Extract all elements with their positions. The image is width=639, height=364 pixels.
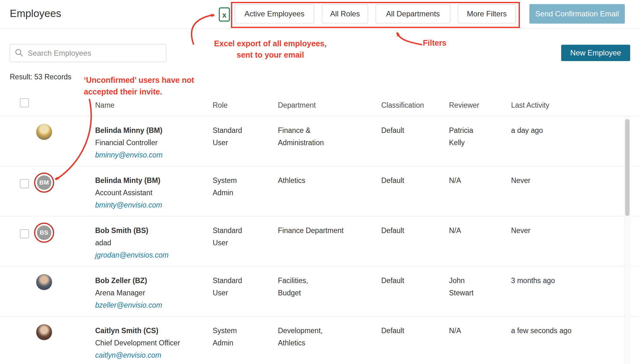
row-checkbox[interactable] [20, 229, 29, 238]
filter-all-roles[interactable]: All Roles [322, 4, 368, 23]
avatar-unconfirmed: BS [34, 223, 54, 243]
search-icon [14, 48, 23, 58]
col-header-classification: Classification [381, 101, 424, 110]
employee-role: Standard User [213, 225, 254, 249]
employee-last-activity: a few seconds ago [511, 325, 615, 337]
employee-department: Facilities, Budget [278, 275, 357, 299]
employee-reviewer: N/A [449, 325, 491, 337]
scrollbar-thumb[interactable] [625, 119, 630, 216]
avatar-unconfirmed: BM [34, 173, 54, 193]
table-row: Bob Zeller (BZ) Arena Manager bzeller@en… [0, 266, 639, 316]
top-bar: Employees x Active Employees All Roles A… [0, 0, 639, 29]
excel-export-button[interactable]: x [218, 7, 230, 22]
filter-all-departments[interactable]: All Departments [376, 4, 450, 23]
employee-name: Bob Smith (BS) [95, 225, 213, 237]
employee-department: Finance & Administration [278, 124, 357, 149]
page-title: Employees [10, 8, 61, 20]
employee-last-activity: Never [511, 174, 615, 187]
employee-name: Belinda Minty (BM) [95, 174, 213, 187]
employee-role: System Admin [213, 174, 254, 199]
employee-email-link[interactable]: bzeller@envisio.com [95, 299, 213, 311]
search-input[interactable] [27, 48, 162, 58]
employee-email-link[interactable]: bminny@enviso.com [95, 149, 213, 161]
employee-classification: Default [381, 174, 432, 187]
employee-role: System Admin [213, 325, 254, 349]
col-header-reviewer: Reviewer [449, 101, 479, 110]
search-box[interactable] [10, 44, 166, 62]
avatar-photo [36, 324, 52, 340]
employee-reviewer: Patricia Kelly [449, 124, 491, 149]
employee-last-activity: 3 months ago [511, 275, 615, 287]
employee-title: Chief Development Officer [95, 337, 213, 349]
employee-department: Finance Department [278, 225, 357, 237]
employee-name: Caitlyn Smith (CS) [95, 325, 213, 337]
excel-file-icon: x [218, 18, 230, 23]
filter-more-filters[interactable]: More Filters [458, 4, 516, 23]
table-row: BM Belinda Minty (BM) Account Assistant … [0, 166, 639, 216]
employee-name: Bob Zeller (BZ) [95, 275, 213, 287]
employee-reviewer: N/A [449, 225, 491, 237]
select-all-checkbox[interactable] [20, 98, 29, 107]
unconfirmed-annotation: ‘Unconfirmed’ users have not accepted th… [84, 74, 194, 98]
avatar-initials: BS [37, 225, 51, 240]
results-summary: Result: 53 Records [10, 73, 72, 81]
avatar-initials: BM [37, 175, 51, 190]
svg-text:x: x [222, 11, 227, 19]
employee-classification: Default [381, 275, 432, 287]
employee-email-link[interactable]: bminty@envisio.com [95, 199, 213, 211]
employee-last-activity: a day ago [511, 124, 615, 137]
employee-department: Athletics [278, 174, 357, 187]
send-confirmation-email-button[interactable]: Send Confirmation Email [529, 4, 625, 24]
employee-classification: Default [381, 124, 432, 137]
employee-reviewer: John Stewart [449, 275, 491, 299]
excel-export-annotation: Excel export of all employees, sent to y… [195, 38, 346, 60]
table-row: Belinda Minny (BM) Financial Controller … [0, 116, 639, 166]
employee-department: Development, Athletics [278, 325, 357, 349]
table-row: BS Bob Smith (BS) adad jgrodan@envisios.… [0, 216, 639, 266]
col-header-name: Name [95, 101, 114, 110]
avatar-photo [36, 274, 52, 290]
employee-role: Standard User [213, 124, 254, 149]
filters-annotation: Filters [423, 37, 446, 48]
employee-name: Belinda Minny (BM) [95, 124, 213, 137]
employees-page: Employees x Active Employees All Roles A… [0, 0, 639, 364]
employee-title: Financial Controller [95, 137, 213, 149]
employee-reviewer: N/A [449, 174, 491, 187]
table-row: Caitlyn Smith (CS) Chief Development Off… [0, 316, 639, 364]
employee-email-link[interactable]: jgrodan@envisios.com [95, 249, 213, 261]
col-header-last-activity: Last Activity [511, 101, 549, 110]
employee-title: Arena Manager [95, 287, 213, 299]
employee-last-activity: Never [511, 225, 615, 237]
avatar-photo [36, 124, 52, 140]
filter-active-employees[interactable]: Active Employees [235, 4, 314, 23]
col-header-role: Role [213, 101, 227, 110]
employee-email-link[interactable]: caitlyn@envisio.com [95, 349, 213, 361]
employee-classification: Default [381, 325, 432, 337]
new-employee-button[interactable]: New Employee [561, 45, 630, 61]
employee-role: Standard User [213, 275, 254, 299]
employee-classification: Default [381, 225, 432, 237]
row-checkbox[interactable] [20, 179, 29, 188]
employee-rows: Belinda Minny (BM) Financial Controller … [0, 116, 639, 364]
employee-title: adad [95, 237, 213, 249]
employee-title: Account Assistant [95, 187, 213, 199]
col-header-department: Department [278, 101, 316, 110]
